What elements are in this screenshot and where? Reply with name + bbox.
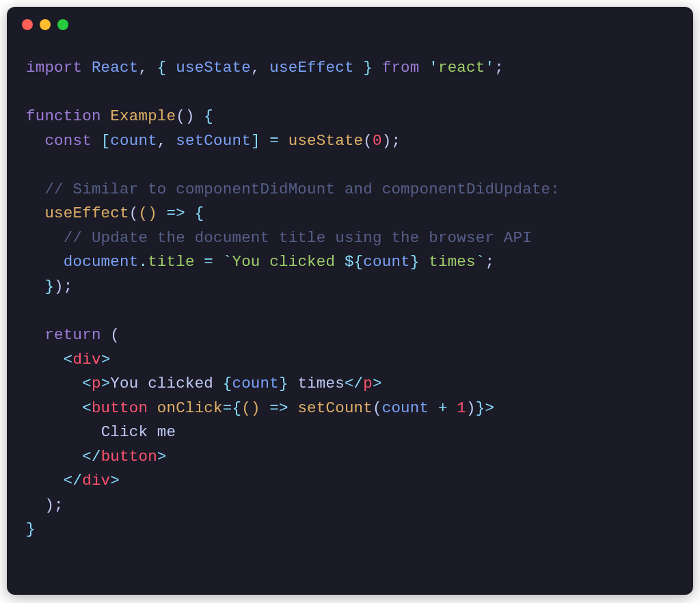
identifier-react: React [92, 59, 139, 77]
quote: ' [485, 59, 494, 77]
paren-open: ( [110, 326, 120, 344]
comment-line: // Similar to componentDidMount and comp… [44, 180, 560, 198]
tag-div: div [73, 351, 101, 368]
call-usestate: useState [288, 132, 364, 150]
tag-bracket: < [64, 351, 73, 368]
identifier-document: document [64, 253, 139, 271]
comma: , [157, 132, 167, 150]
close-icon[interactable] [22, 19, 33, 30]
brace-close: } [44, 278, 54, 295]
jsx-text: You clicked [110, 375, 222, 392]
var-count: count [232, 375, 279, 392]
tag-bracket: > [157, 448, 167, 466]
brace-close: } [363, 59, 373, 77]
window-titlebar [7, 7, 693, 42]
jsx-text: Click me [101, 423, 176, 441]
tag-p: p [92, 375, 101, 392]
template-start: ${ [345, 253, 363, 271]
keyword-return: return [44, 326, 100, 344]
tag-bracket: > [101, 375, 111, 392]
call-useeffect: useEffect [44, 204, 129, 222]
brace-open: { [204, 107, 213, 125]
plus: + [438, 399, 448, 417]
tag-bracket: > [485, 399, 494, 417]
tag-bracket: </ [82, 448, 100, 466]
semicolon: ; [54, 496, 64, 514]
paren-open: ( [129, 204, 139, 222]
comma: , [138, 59, 148, 77]
paren-close: ) [54, 278, 64, 295]
maximize-icon[interactable] [57, 19, 68, 30]
bracket-close: ] [251, 132, 260, 150]
identifier-useeffect: useEffect [269, 59, 353, 77]
paren-close: ) [382, 132, 392, 150]
minimize-icon[interactable] [40, 19, 51, 30]
equals: = [269, 132, 279, 150]
string-segment: times [420, 253, 476, 271]
bracket-open: [ [101, 132, 111, 150]
brace-open: { [223, 375, 232, 392]
code-window: import React, { useState, useEffect } fr… [7, 7, 693, 595]
identifier-usestate: useState [176, 59, 251, 77]
tag-bracket: < [82, 399, 92, 417]
call-setcount: setCount [297, 399, 373, 417]
paren-open: ( [363, 132, 373, 150]
template-end: } [410, 253, 420, 271]
keyword-import: import [26, 59, 82, 77]
paren-open: ( [241, 399, 251, 417]
tag-bracket: </ [345, 375, 363, 392]
paren-close: ) [251, 399, 260, 417]
paren-close: ) [466, 399, 476, 417]
tag-bracket: </ [64, 472, 82, 490]
tag-bracket: > [373, 375, 382, 392]
attr-onclick: onClick [157, 399, 223, 417]
brace-close: } [476, 399, 485, 417]
number-one: 1 [457, 399, 466, 417]
comment-line: // Update the document title using the b… [64, 229, 532, 247]
paren-open: ( [373, 399, 382, 417]
var-count: count [110, 132, 157, 150]
brace-close: } [279, 375, 288, 392]
paren-close: ) [44, 496, 54, 514]
quote: ' [429, 59, 438, 77]
brace-open: { [157, 59, 167, 77]
function-name: Example [110, 107, 176, 125]
semicolon: ; [494, 59, 504, 77]
code-editor[interactable]: import React, { useState, useEffect } fr… [7, 42, 693, 556]
tag-bracket: > [101, 351, 111, 368]
equals: = [204, 253, 213, 271]
tag-button: button [92, 399, 148, 417]
keyword-from: from [382, 59, 420, 77]
keyword-function: function [26, 107, 101, 125]
arrow: => [269, 399, 288, 417]
string-react: react [438, 59, 485, 77]
tag-button: button [101, 448, 157, 466]
comma: , [251, 59, 260, 77]
tag-bracket: > [110, 472, 120, 490]
backtick: ` [476, 253, 485, 271]
backtick: ` [223, 253, 232, 271]
arrow: => [167, 204, 185, 222]
brace-close: } [26, 520, 36, 538]
paren-open: ( [176, 107, 185, 125]
property-title: title [148, 253, 195, 271]
var-setcount: setCount [176, 132, 251, 150]
var-count: count [363, 253, 410, 271]
keyword-const: const [44, 132, 92, 150]
var-count: count [382, 399, 429, 417]
paren-open: ( [138, 204, 148, 222]
tag-bracket: < [82, 375, 92, 392]
number-zero: 0 [373, 132, 382, 150]
tag-p: p [363, 375, 373, 392]
string-segment: You clicked [232, 253, 344, 271]
semicolon: ; [64, 278, 73, 295]
jsx-text: times [288, 375, 345, 392]
brace-open: { [195, 204, 204, 222]
paren-close: ) [148, 204, 157, 222]
tag-div: div [82, 472, 110, 490]
brace-open: { [232, 399, 241, 417]
semicolon: ; [485, 253, 494, 271]
paren-close: ) [185, 107, 195, 125]
dot: . [138, 253, 148, 271]
equals: = [223, 399, 232, 417]
